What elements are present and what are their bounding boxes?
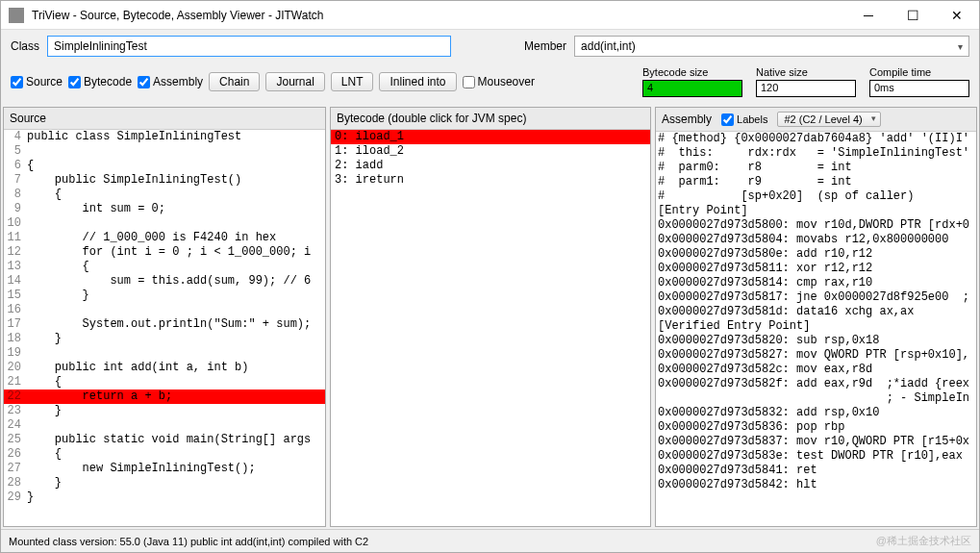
source-line[interactable]: 19 <box>4 346 325 361</box>
bytecode-line[interactable]: 2: iadd <box>331 159 650 173</box>
source-line[interactable]: 7 public SimpleInliningTest() <box>4 173 325 188</box>
source-line[interactable]: 4public class SimpleInliningTest <box>4 130 325 144</box>
mouseover-checkbox[interactable]: Mouseover <box>463 75 535 88</box>
assembly-line[interactable]: ; - SimpleIn <box>656 391 976 406</box>
assembly-line[interactable]: # this: rdx:rdx = 'SimpleInliningTest' <box>656 146 976 161</box>
source-line[interactable]: 18 } <box>4 332 325 346</box>
journal-button[interactable]: Journal <box>265 72 324 91</box>
minimize-button[interactable]: ─ <box>846 1 891 30</box>
source-line[interactable]: 23 } <box>4 404 325 418</box>
lnt-button[interactable]: LNT <box>331 72 374 91</box>
toolbar-row-2: Source Bytecode Assembly Chain Journal L… <box>1 63 979 105</box>
assembly-line[interactable]: [Entry Point] <box>656 204 976 218</box>
source-line[interactable]: 20 public int add(int a, int b) <box>4 361 325 375</box>
source-line[interactable]: 9 int sum = 0; <box>4 202 325 216</box>
window-title: TriView - Source, Bytecode, Assembly Vie… <box>32 9 846 22</box>
source-panel: Source 4public class SimpleInliningTest5… <box>3 107 326 527</box>
bytecode-size-stat: Bytecode size 4 <box>642 66 742 97</box>
assembly-panel-body[interactable]: # {method} {0x0000027dab7604a8} 'add' '(… <box>656 132 976 526</box>
assembly-line[interactable]: 0x0000027d973d5837: mov r10,QWORD PTR [r… <box>656 435 976 449</box>
native-size-label: Native size <box>756 66 856 78</box>
source-line[interactable]: 16 <box>4 303 325 317</box>
source-line[interactable]: 21 { <box>4 375 325 390</box>
stats-group: Bytecode size 4 Native size 120 Compile … <box>642 66 969 97</box>
assembly-line[interactable]: [Verified Entry Point] <box>656 319 976 334</box>
source-panel-body[interactable]: 4public class SimpleInliningTest56{7 pub… <box>4 130 325 526</box>
inlined-into-button[interactable]: Inlined into <box>379 72 456 91</box>
class-input[interactable] <box>47 36 451 57</box>
source-line[interactable]: 8 { <box>4 188 325 202</box>
source-line[interactable]: 10 <box>4 216 325 231</box>
member-value: add(int,int) <box>581 39 636 53</box>
close-button[interactable]: ✕ <box>935 1 979 30</box>
assembly-line[interactable]: 0x0000027d973d5832: add rsp,0x10 <box>656 406 976 420</box>
assembly-line[interactable]: # [sp+0x20] (sp of caller) <box>656 189 976 204</box>
assembly-line[interactable]: 0x0000027d973d5817: jne 0x0000027d8f925e… <box>656 290 976 305</box>
source-line[interactable]: 15 } <box>4 289 325 303</box>
assembly-line[interactable]: 0x0000027d973d5841: ret <box>656 464 976 478</box>
source-line[interactable]: 5 <box>4 144 325 159</box>
app-icon <box>9 8 24 23</box>
source-line[interactable]: 14 sum = this.add(sum, 99); // 6 <box>4 274 325 289</box>
source-line[interactable]: 28 } <box>4 476 325 490</box>
assembly-line[interactable]: 0x0000027d973d5820: sub rsp,0x18 <box>656 334 976 348</box>
assembly-line[interactable]: 0x0000027d973d582f: add eax,r9d ;*iadd {… <box>656 377 976 391</box>
statusbar: Mounted class version: 55.0 (Java 11) pu… <box>1 529 979 552</box>
labels-checkbox[interactable]: Labels <box>721 113 767 126</box>
assembly-line[interactable]: 0x0000027d973d581d: data16 xchg ax,ax <box>656 305 976 319</box>
source-line[interactable]: 13 { <box>4 260 325 274</box>
bytecode-line[interactable]: 3: ireturn <box>331 173 650 188</box>
source-line[interactable]: 27 new SimpleInliningTest(); <box>4 462 325 476</box>
native-size-value: 120 <box>756 80 856 97</box>
assembly-line[interactable]: 0x0000027d973d5842: hlt <box>656 478 976 492</box>
native-size-stat: Native size 120 <box>756 66 856 97</box>
source-line[interactable]: 24 <box>4 418 325 433</box>
source-line[interactable]: 11 // 1_000_000 is F4240 in hex <box>4 231 325 245</box>
source-line[interactable]: 17 System.out.println("Sum:" + sum); <box>4 317 325 332</box>
panels-container: Source 4public class SimpleInliningTest5… <box>1 105 979 529</box>
titlebar: TriView - Source, Bytecode, Assembly Vie… <box>1 1 979 30</box>
source-panel-header: Source <box>4 108 325 130</box>
source-line[interactable]: 25 public static void main(String[] args <box>4 433 325 447</box>
assembly-line[interactable]: 0x0000027d973d5800: mov r10d,DWORD PTR [… <box>656 218 976 233</box>
source-checkbox[interactable]: Source <box>11 75 63 88</box>
assembly-panel: Assembly Labels #2 (C2 / Level 4) # {met… <box>655 107 977 527</box>
class-label: Class <box>11 39 39 53</box>
bytecode-panel-body[interactable]: 0: iload_11: iload_22: iadd3: ireturn <box>331 130 650 526</box>
bytecode-line[interactable]: 0: iload_1 <box>331 130 650 144</box>
assembly-line[interactable]: 0x0000027d973d5827: mov QWORD PTR [rsp+0… <box>656 348 976 363</box>
bytecode-line[interactable]: 1: iload_2 <box>331 144 650 159</box>
assembly-line[interactable]: 0x0000027d973d5811: xor r12,r12 <box>656 262 976 276</box>
bytecode-checkbox[interactable]: Bytecode <box>68 75 132 88</box>
assembly-line[interactable]: 0x0000027d973d580e: add r10,r12 <box>656 247 976 262</box>
member-label: Member <box>524 39 566 53</box>
source-line[interactable]: 12 for (int i = 0 ; i < 1_000_000; i <box>4 245 325 260</box>
compile-time-stat: Compile time 0ms <box>869 66 969 97</box>
compile-time-label: Compile time <box>869 66 969 78</box>
assembly-line[interactable]: 0x0000027d973d5836: pop rbp <box>656 420 976 435</box>
member-select[interactable]: add(int,int) <box>574 36 969 57</box>
assembly-line[interactable]: 0x0000027d973d5814: cmp rax,r10 <box>656 276 976 290</box>
assembly-line[interactable]: # parm0: r8 = int <box>656 161 976 175</box>
compile-time-value: 0ms <box>869 80 969 97</box>
source-line[interactable]: 22 return a + b; <box>4 390 325 404</box>
assembly-panel-header: Assembly Labels #2 (C2 / Level 4) <box>656 108 976 132</box>
bytecode-size-label: Bytecode size <box>642 66 742 78</box>
maximize-button[interactable]: ☐ <box>891 1 935 30</box>
watermark-text: @稀土掘金技术社区 <box>876 534 971 548</box>
assembly-line[interactable]: # parm1: r9 = int <box>656 175 976 189</box>
chain-button[interactable]: Chain <box>209 72 260 91</box>
source-line[interactable]: 26 { <box>4 447 325 462</box>
bytecode-panel: Bytecode (double click for JVM spec) 0: … <box>330 107 651 527</box>
assembly-checkbox[interactable]: Assembly <box>138 75 203 88</box>
assembly-line[interactable]: 0x0000027d973d583e: test DWORD PTR [r10]… <box>656 449 976 464</box>
window-controls: ─ ☐ ✕ <box>846 1 979 30</box>
assembly-line[interactable]: # {method} {0x0000027dab7604a8} 'add' '(… <box>656 132 976 146</box>
assembly-line[interactable]: 0x0000027d973d582c: mov eax,r8d <box>656 363 976 377</box>
toolbar-row-1: Class Member add(int,int) <box>1 30 979 63</box>
assembly-line[interactable]: 0x0000027d973d5804: movabs r12,0x8000000… <box>656 233 976 247</box>
source-line[interactable]: 29} <box>4 490 325 505</box>
bytecode-panel-header: Bytecode (double click for JVM spec) <box>331 108 650 130</box>
source-line[interactable]: 6{ <box>4 159 325 173</box>
compilation-combo[interactable]: #2 (C2 / Level 4) <box>777 112 880 127</box>
